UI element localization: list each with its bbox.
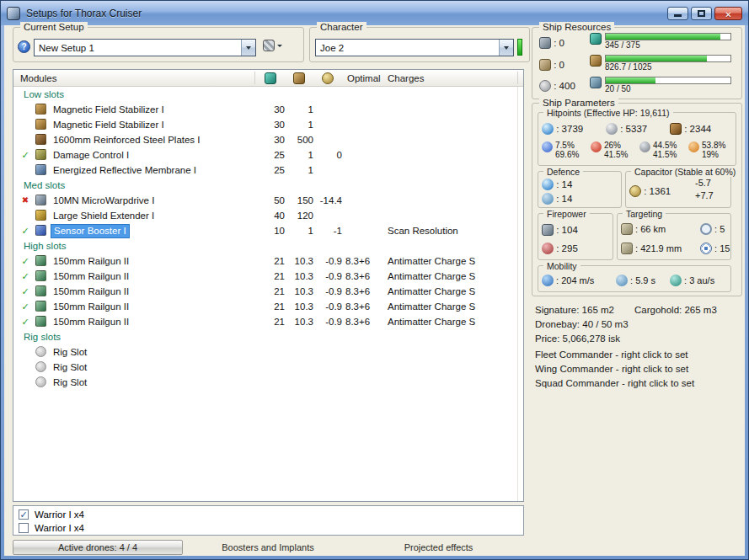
shield-icon	[542, 123, 554, 135]
module-icon	[35, 316, 46, 327]
cpu-value: 21	[256, 253, 285, 269]
module-icon	[35, 195, 46, 205]
powergrid-value: 1	[285, 147, 313, 163]
character-combobox[interactable]: Joe 2	[315, 39, 514, 56]
character-skill-indicator	[517, 39, 522, 56]
drone-label[interactable]: Warrior I x4	[35, 509, 84, 520]
optimal-value: 8.3+6	[345, 284, 386, 299]
optimal-value: 8.3+6	[345, 253, 386, 269]
launcher-hardpoints-value: 0	[551, 60, 564, 70]
dronebay-info: Dronebay: 40 / 50 m3	[535, 319, 629, 329]
module-row[interactable]: Rig Slot	[13, 375, 523, 390]
fitted-ok-icon: ✓	[19, 269, 32, 284]
module-name[interactable]: Energized Reflective Membrane I	[51, 163, 199, 178]
drone-label[interactable]: Warrior I x4	[35, 523, 84, 533]
module-row[interactable]: Large Shield Extender I 40 120	[13, 208, 523, 223]
module-row[interactable]: ✓ 150mm Railgun II 21 10.3 -0.9 8.3+6 An…	[13, 299, 523, 314]
cpu-value: 10	[256, 223, 285, 238]
minimize-button[interactable]	[667, 7, 688, 20]
module-name[interactable]: Sensor Booster I	[51, 224, 130, 238]
dps-stat: 104	[542, 223, 578, 237]
projected-effects-header[interactable]: Projected effects	[353, 540, 524, 555]
close-button[interactable]	[714, 7, 742, 20]
module-name[interactable]: Magnetic Field Stabilizer I	[51, 102, 167, 117]
module-row[interactable]: ✓ 150mm Railgun II 21 10.3 -0.9 8.3+6 An…	[13, 314, 523, 329]
module-name[interactable]: 150mm Railgun II	[51, 299, 131, 314]
charge-value: Antimatter Charge S	[388, 269, 475, 284]
targeting-label: Targeting	[623, 209, 666, 219]
module-row[interactable]: Magnetic Field Stabilizer I 30 1	[13, 117, 523, 132]
character-label: Character	[317, 22, 366, 32]
squad-commander-slot[interactable]: Squad Commander - right click to set	[535, 378, 694, 388]
module-row[interactable]: Rig Slot	[13, 344, 523, 360]
charge-value: Antimatter Charge S	[388, 314, 475, 329]
module-row[interactable]: Energized Reflective Membrane I 25 1	[13, 163, 523, 178]
module-row[interactable]: ✖ 10MN MicroWarpdrive I 50 150 -14.4	[13, 193, 523, 208]
active-drones-header[interactable]: Active drones: 4 / 4	[13, 540, 183, 555]
drone-row[interactable]: Warrior I x4	[13, 508, 523, 521]
module-icon	[35, 270, 46, 281]
module-row[interactable]: ✓ 150mm Railgun II 21 10.3 -0.9 8.3+6 An…	[13, 269, 523, 284]
module-row[interactable]: ✓ 150mm Railgun II 21 10.3 -0.9 8.3+6 An…	[13, 284, 523, 299]
dronebay-resource: 20 / 50	[590, 77, 731, 94]
scan-resolution-value: 421.9 mm	[633, 243, 682, 253]
capacitor-drain-value: -5.7	[695, 178, 711, 188]
shield-recharge-icon	[542, 179, 554, 190]
thermal-resist-icon	[591, 141, 602, 152]
maximize-button[interactable]	[691, 7, 712, 20]
module-name[interactable]: Rig Slot	[51, 360, 89, 375]
module-name[interactable]: 150mm Railgun II	[51, 284, 131, 299]
module-name[interactable]: 1600mm Reinforced Steel Plates I	[51, 132, 203, 147]
module-name[interactable]: 150mm Railgun II	[51, 269, 131, 284]
module-icon	[35, 104, 46, 115]
fitted-ok-icon: ✓	[19, 223, 32, 238]
slot-group-row: Rig slots	[13, 329, 523, 344]
module-name[interactable]: Magnetic Field Stabilizer I	[51, 117, 167, 132]
modules-column-header: Modules	[20, 70, 56, 87]
module-row[interactable]: ✓ Sensor Booster I 10 1 -1 Scan Resoluti…	[13, 223, 523, 238]
character-group: Character Joe 2	[309, 27, 530, 62]
setup-combobox-value: New Setup 1	[35, 43, 241, 53]
setup-combobox[interactable]: New Setup 1	[34, 39, 256, 56]
module-name[interactable]: 150mm Railgun II	[51, 314, 131, 329]
cpu-value: 40	[256, 208, 285, 223]
module-row[interactable]: 1600mm Reinforced Steel Plates I 30 500	[13, 132, 523, 147]
boosters-implants-header[interactable]: Boosters and Implants	[183, 540, 353, 555]
current-setup-label: Current Setup	[20, 22, 88, 32]
module-row[interactable]: Rig Slot	[13, 360, 523, 375]
module-icon	[35, 164, 46, 175]
cpu-value: 25	[256, 147, 285, 163]
module-name[interactable]: Damage Control I	[51, 147, 131, 163]
drone-row[interactable]: Warrior I x4	[13, 521, 523, 535]
turret-dps-icon	[542, 224, 554, 236]
setup-tools-button[interactable]	[263, 40, 282, 51]
help-icon[interactable]	[18, 40, 30, 53]
wing-commander-slot[interactable]: Wing Commander - right click to set	[535, 364, 688, 374]
module-name[interactable]: Large Shield Extender I	[51, 208, 157, 223]
calibration-value: 400	[551, 81, 575, 91]
chevron-down-icon	[504, 46, 509, 50]
module-row[interactable]: Magnetic Field Stabilizer I 30 1	[13, 102, 523, 117]
optimal-value: 8.3+6	[345, 269, 386, 284]
slot-group-label: Low slots	[24, 89, 64, 99]
character-combobox-arrow[interactable]	[499, 40, 513, 56]
mobility-group: Mobility 204 m/s 5.9 s 3 au/s	[538, 265, 731, 292]
charge-value: Antimatter Charge S	[388, 253, 475, 269]
module-name[interactable]: Rig Slot	[51, 344, 89, 360]
align-time-value: 5.9 s	[628, 275, 655, 285]
drone-checkbox[interactable]	[19, 509, 29, 520]
module-row[interactable]: ✓ Damage Control I 25 1 0	[13, 147, 523, 163]
module-row[interactable]: ✓ 150mm Railgun II 21 10.3 -0.9 8.3+6 An…	[13, 253, 523, 269]
targeting-range-value: 66 km	[633, 224, 666, 234]
module-name[interactable]: Rig Slot	[51, 375, 89, 390]
module-name[interactable]: 10MN MicroWarpdrive I	[51, 193, 157, 208]
fleet-commander-slot[interactable]: Fleet Commander - right click to set	[535, 349, 688, 360]
cpu-column-icon	[265, 72, 276, 84]
capacitor-value: -0.9	[313, 314, 342, 329]
structure-hp-value: 2344	[682, 124, 711, 134]
setup-combobox-arrow[interactable]	[241, 40, 255, 56]
slot-group-label: High slots	[24, 241, 67, 251]
dronebay-bar	[605, 77, 731, 84]
drone-checkbox[interactable]	[19, 523, 29, 533]
module-name[interactable]: 150mm Railgun II	[51, 253, 131, 269]
